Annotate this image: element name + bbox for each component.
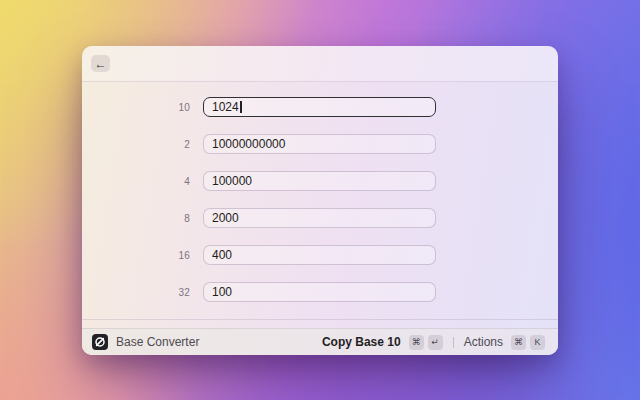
row-base-32: 32 bbox=[82, 282, 558, 302]
base-10-input[interactable] bbox=[203, 97, 436, 117]
base-label: 16 bbox=[82, 250, 190, 261]
row-base-4: 4 bbox=[82, 171, 558, 191]
base-label: 2 bbox=[82, 139, 190, 150]
copy-base-10-label: Copy Base 10 bbox=[322, 335, 401, 349]
window-header: ← bbox=[82, 46, 558, 82]
slashed-zero-icon bbox=[92, 334, 108, 350]
base-16-input[interactable] bbox=[203, 245, 436, 265]
row-base-16: 16 bbox=[82, 245, 558, 265]
conversion-list: 10 2 4 8 16 bbox=[82, 82, 558, 353]
k-key-icon: K bbox=[530, 335, 545, 350]
text-caret bbox=[240, 101, 242, 113]
command-key-icon: ⌘ bbox=[409, 335, 424, 350]
copy-base-10-button[interactable]: Copy Base 10 ⌘ ↵ bbox=[319, 333, 446, 352]
base-label: 4 bbox=[82, 176, 190, 187]
base-2-input[interactable] bbox=[203, 134, 436, 154]
row-base-2: 2 bbox=[82, 134, 558, 154]
actions-label: Actions bbox=[464, 335, 503, 349]
base-4-input[interactable] bbox=[203, 171, 436, 191]
base-label: 32 bbox=[82, 287, 190, 298]
actions-menu-button[interactable]: Actions ⌘ K bbox=[461, 333, 548, 352]
base-label: 10 bbox=[82, 102, 190, 113]
base-32-input[interactable] bbox=[203, 282, 436, 302]
base-8-input[interactable] bbox=[203, 208, 436, 228]
command-key-icon: ⌘ bbox=[511, 335, 526, 350]
base-label: 8 bbox=[82, 213, 190, 224]
desktop-background: { "header": { "back_label": "←" }, "conv… bbox=[0, 0, 640, 400]
back-button[interactable]: ← bbox=[91, 55, 110, 72]
footer-app-name: Base Converter bbox=[116, 335, 199, 349]
row-base-8: 8 bbox=[82, 208, 558, 228]
footer-bar: Base Converter Copy Base 10 ⌘ ↵ Actions … bbox=[82, 328, 558, 355]
row-base-10: 10 bbox=[82, 97, 558, 117]
base-converter-window: ← 10 2 4 8 bbox=[82, 46, 558, 355]
footer-divider bbox=[453, 337, 454, 348]
return-key-icon: ↵ bbox=[428, 335, 443, 350]
section-divider bbox=[82, 319, 558, 320]
back-arrow-icon: ← bbox=[95, 57, 107, 71]
footer-app-chip: Base Converter bbox=[92, 334, 199, 350]
footer-actions: Copy Base 10 ⌘ ↵ Actions ⌘ K bbox=[319, 333, 548, 352]
